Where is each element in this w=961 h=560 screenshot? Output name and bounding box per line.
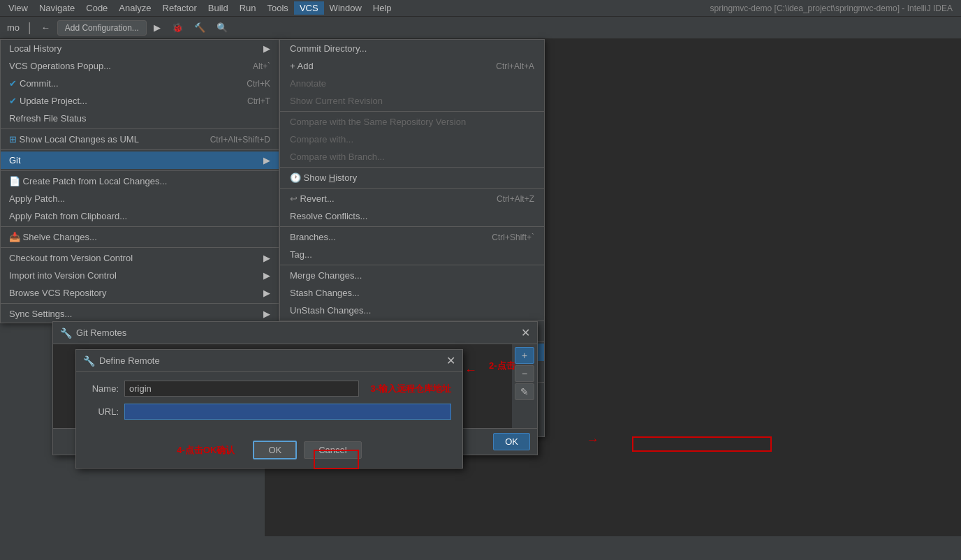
define-remote-url-input[interactable]	[124, 404, 451, 420]
define-remote-name-input[interactable]	[124, 381, 359, 397]
define-remote-title-text: Define Remote	[99, 355, 160, 366]
git-remotes-close-button[interactable]: ✕	[521, 326, 530, 339]
git-sep-4	[280, 226, 544, 227]
git-sep-3	[280, 188, 544, 189]
build-btn[interactable]: 🔨	[190, 21, 210, 34]
toolbar-separator-1: |	[28, 20, 31, 35]
define-remote-icon: 🔧	[83, 355, 95, 367]
git-annotate: Annotate	[280, 75, 544, 92]
menu-window[interactable]: Window	[324, 1, 367, 15]
git-add[interactable]: + AddCtrl+Alt+A	[280, 57, 544, 75]
vcs-import-version-control[interactable]: Import into Version Control▶	[1, 267, 279, 284]
menu-analyze[interactable]: Analyze	[113, 1, 156, 15]
vcs-git[interactable]: Git▶	[1, 152, 279, 169]
add-configuration-button[interactable]: Add Configuration...	[57, 20, 147, 36]
menu-refactor[interactable]: Refactor	[157, 1, 203, 15]
git-remotes-edit-button[interactable]: ✎	[515, 383, 534, 400]
git-show-history[interactable]: 🕐 Show History	[280, 169, 544, 186]
red-arrow-to-remotes: ←	[587, 433, 599, 448]
define-remote-footer: 4-点击OK确认 OK Cancel	[76, 435, 462, 468]
vcs-browse-repository[interactable]: Browse VCS Repository▶	[1, 284, 279, 302]
vcs-checkout-version-control[interactable]: Checkout from Version Control▶	[1, 249, 279, 267]
git-tag[interactable]: Tag...	[280, 246, 544, 263]
define-remote-dialog: 🔧 Define Remote ✕ Name: 3-输入远程仓库地址 URL: …	[75, 349, 463, 469]
vcs-shelve-changes[interactable]: 📥 Shelve Changes...	[1, 228, 279, 246]
define-remote-close-button[interactable]: ✕	[446, 354, 455, 367]
define-remote-cancel-button[interactable]: Cancel	[304, 441, 361, 459]
menu-bar: View Navigate Code Analyze Refactor Buil…	[0, 0, 961, 17]
git-compare-with: Compare with...	[280, 131, 544, 148]
define-remote-title-bar: 🔧 Define Remote ✕	[76, 350, 462, 372]
back-btn[interactable]: ←	[37, 21, 54, 34]
menu-view[interactable]: View	[3, 1, 34, 15]
menu-build[interactable]: Build	[203, 1, 234, 15]
vcs-commit[interactable]: ✔Commit...Ctrl+K	[1, 75, 279, 92]
vcs-sep-3	[1, 170, 279, 171]
debug-btn[interactable]: 🐞	[168, 21, 187, 34]
git-remotes-remove-button[interactable]: −	[515, 365, 534, 382]
git-stash-changes[interactable]: Stash Changes...	[280, 284, 544, 302]
vcs-refresh-file-status[interactable]: Refresh File Status	[1, 110, 279, 127]
git-remotes-title: 🔧 Git Remotes	[60, 327, 126, 339]
git-compare-same-version: Compare with the Same Repository Version	[280, 113, 544, 131]
git-sep-2	[280, 167, 544, 168]
vcs-sync-settings[interactable]: Sync Settings...▶	[1, 305, 279, 323]
red-arrow-to-add: ←	[464, 363, 477, 378]
git-resolve-conflicts[interactable]: Resolve Conflicts...	[280, 207, 544, 225]
menu-run[interactable]: Run	[234, 1, 262, 15]
vcs-sep-2	[1, 149, 279, 150]
git-branches[interactable]: Branches...Ctrl+Shift+`	[280, 228, 544, 246]
define-remote-url-row: URL:	[87, 404, 451, 420]
vcs-sep-5	[1, 247, 279, 248]
search-btn[interactable]: 🔍	[212, 21, 232, 34]
vcs-apply-patch[interactable]: Apply Patch...	[1, 190, 279, 207]
define-remote-name-label: Name:	[87, 383, 119, 394]
define-remote-name-row: Name: 3-输入远程仓库地址	[87, 381, 451, 397]
menu-tools[interactable]: Tools	[262, 1, 294, 15]
vcs-create-patch[interactable]: 📄 Create Patch from Local Changes...	[1, 172, 279, 190]
vcs-update-project[interactable]: ✔Update Project...Ctrl+T	[1, 92, 279, 110]
git-compare-branch: Compare with Branch...	[280, 148, 544, 165]
git-sep-1	[280, 111, 544, 112]
vcs-sep-6	[1, 303, 279, 304]
toolbar: mo | ← Add Configuration... ▶ 🐞 🔨 🔍	[0, 17, 961, 39]
define-remote-body: Name: 3-输入远程仓库地址 URL:	[76, 372, 462, 435]
menu-help[interactable]: Help	[367, 1, 397, 15]
define-remote-url-label: URL:	[87, 406, 119, 417]
define-remote-ok-button[interactable]: OK	[253, 441, 297, 459]
git-commit-directory[interactable]: Commit Directory...	[280, 40, 544, 57]
vcs-menu: Local History▶ VCS Operations Popup...Al…	[0, 39, 279, 323]
menu-navigate[interactable]: Navigate	[34, 1, 80, 15]
git-remotes-title-text: Git Remotes	[76, 327, 126, 338]
vcs-apply-patch-clipboard[interactable]: Apply Patch from Clipboard...	[1, 207, 279, 225]
menu-vcs[interactable]: VCS	[294, 1, 324, 15]
step2-annotation: 2-点击	[489, 360, 515, 372]
git-remotes-title-bar: 🔧 Git Remotes ✕	[53, 322, 537, 344]
git-remotes-icon: 🔧	[60, 327, 72, 339]
git-remotes-add-button[interactable]: +	[515, 347, 534, 364]
vcs-sep-4	[1, 226, 279, 227]
vcs-local-history[interactable]: Local History▶	[1, 40, 279, 57]
define-remote-title: 🔧 Define Remote	[83, 355, 160, 367]
project-name-label: mo	[4, 22, 22, 33]
menu-code[interactable]: Code	[80, 1, 113, 15]
run-btn[interactable]: ▶	[149, 21, 165, 34]
git-remotes-ok-button[interactable]: OK	[493, 433, 530, 450]
vcs-show-local-changes-uml[interactable]: ⊞ Show Local Changes as UMLCtrl+Alt+Shif…	[1, 131, 279, 148]
git-sep-5	[280, 265, 544, 265]
git-remotes-tools: + − ✎	[512, 344, 537, 428]
ide-title-bar-text: springmvc-demo [C:\idea_project\springmv…	[705, 3, 958, 13]
vcs-operations-popup[interactable]: VCS Operations Popup...Alt+`	[1, 57, 279, 75]
step4-annotation: 4-点击OK确认	[177, 444, 235, 457]
step3-annotation: 3-输入远程仓库地址	[370, 383, 451, 395]
git-unstash-changes[interactable]: UnStash Changes...	[280, 302, 544, 319]
git-show-current-revision: Show Current Revision	[280, 92, 544, 110]
vcs-sep-1	[1, 128, 279, 129]
git-revert[interactable]: ↩ Revert...Ctrl+Alt+Z	[280, 190, 544, 207]
git-merge-changes[interactable]: Merge Changes...	[280, 267, 544, 284]
